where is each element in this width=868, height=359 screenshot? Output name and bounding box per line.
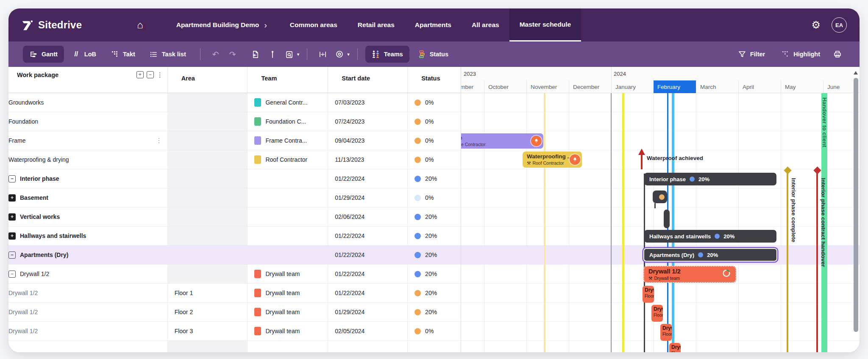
year-label: 2023	[464, 71, 476, 77]
gantt-tag-floor-4[interactable]: Drywall 1/2 Floor 4	[669, 343, 681, 352]
table-row[interactable]: Foundation Foundation C... 07/24/2023 0%	[8, 112, 461, 131]
calendar-search-icon[interactable]	[282, 47, 297, 62]
gantt-bar-hallways[interactable]: Hallways and stairwells 20%	[644, 230, 776, 243]
expand-row-icon[interactable]: +	[8, 232, 16, 240]
expand-row-icon[interactable]: +	[8, 194, 16, 202]
progress-ring-icon	[722, 269, 731, 280]
view-takt-button[interactable]: Takt	[104, 46, 142, 63]
table-row[interactable]: Groundworks General Contr... 07/03/2023 …	[8, 93, 461, 112]
vertical-works-marker[interactable]	[664, 210, 670, 228]
alert-bell-badge[interactable]	[570, 155, 580, 165]
row-menu-icon[interactable]: ⋮	[156, 137, 162, 144]
table-row[interactable]: −Interior phase 01/22/2024 20%	[8, 169, 461, 188]
month-november[interactable]: November	[526, 80, 569, 93]
tab-master-schedule[interactable]: Master schedule	[509, 8, 581, 41]
basement-flag-marker[interactable]	[653, 191, 667, 208]
view-lob-button[interactable]: // LoB	[66, 46, 103, 63]
scrollbar-up-arrow[interactable]	[854, 71, 858, 75]
breadcrumb[interactable]: Apartmend Building Demo ›	[176, 20, 267, 30]
gantt-tag-floor-3[interactable]: Drywall 1/2 Floor 3	[660, 324, 672, 341]
settings-gear-icon[interactable]: ⚙	[811, 19, 821, 31]
progress-dot	[698, 252, 703, 257]
status-dot	[415, 157, 421, 163]
table-row[interactable]: Waterproofing & drying Roof Contractor 1…	[8, 150, 461, 169]
table-row[interactable]: Drywall 1/2 Floor 1 Drywall team 01/22/2…	[8, 284, 461, 303]
status-dot	[415, 290, 421, 296]
tab-apartments[interactable]: Apartments	[405, 8, 462, 41]
milestone-line-contract-handover[interactable]	[816, 172, 818, 352]
month-march[interactable]: March	[696, 80, 738, 93]
view-task-list-button[interactable]: Task list	[143, 46, 192, 63]
gantt-bar-apartments-dry-selected[interactable]: Apartments (Dry) 20%	[643, 248, 777, 262]
vertical-scrollbar[interactable]	[854, 78, 858, 332]
print-icon[interactable]	[830, 47, 845, 62]
home-icon[interactable]: ⌂	[137, 20, 143, 30]
milestone-arrowhead	[638, 149, 645, 155]
table-row[interactable]	[8, 341, 461, 352]
month-december[interactable]: December	[569, 80, 611, 93]
month-february-active[interactable]: February	[654, 80, 696, 93]
month-april[interactable]: April	[738, 80, 781, 93]
status-dot	[415, 271, 421, 277]
col-team: Team	[254, 75, 277, 87]
trade-icon: ⚒	[648, 276, 652, 281]
gantt-bar-waterproofing[interactable]: Waterproofing ... ⚒Roof Contractor	[523, 152, 582, 168]
visibility-dropdown-caret[interactable]: ▾	[347, 52, 350, 57]
table-row[interactable]: Frame⋮ Frame Contra... 09/04/2023 0%	[8, 131, 461, 150]
takt-icon	[111, 50, 119, 58]
gantt-bar-frame[interactable]: Frame ⚒Frame Contractor	[461, 133, 543, 149]
collapse-row-icon[interactable]: −	[8, 251, 16, 259]
month-may[interactable]: May	[781, 80, 823, 93]
visibility-eye-icon[interactable]	[332, 47, 347, 62]
collapse-all-button[interactable]: −	[147, 71, 154, 78]
gantt-bar-drywall[interactable]: Drywall 1/2 ⚒Drywall team	[643, 266, 736, 283]
view-gantt-button[interactable]: Gantt	[23, 46, 64, 63]
milestone-arrow-waterproof-achieved[interactable]	[641, 155, 643, 169]
app-window: Sitedrive ⌂ Apartmend Building Demo › Co…	[8, 8, 860, 352]
alert-bell-badge[interactable]	[531, 136, 542, 146]
tab-common-areas[interactable]: Common areas	[280, 8, 348, 41]
export-icon[interactable]	[248, 47, 263, 62]
month-september[interactable]: September	[461, 80, 484, 93]
collapse-row-icon[interactable]: −	[8, 271, 16, 278]
tab-retail-areas[interactable]: Retail areas	[348, 8, 405, 41]
nav-tabs: Common areas Retail areas Apartments All…	[280, 8, 581, 41]
sitedrive-logo[interactable]: Sitedrive	[21, 19, 82, 31]
month-january[interactable]: January	[611, 80, 654, 93]
status-toggle-button[interactable]: Status	[411, 46, 455, 63]
table-row[interactable]: +Basement 01/29/2024 0%	[8, 188, 461, 207]
status-dot	[415, 99, 421, 106]
undo-button[interactable]: ↶	[208, 47, 223, 62]
highlight-button[interactable]: Highlight	[775, 46, 826, 63]
collapse-row-icon[interactable]: −	[8, 175, 16, 182]
month-october[interactable]: October	[484, 80, 526, 93]
teams-toggle-button[interactable]: Teams	[365, 46, 409, 63]
holiday-line	[544, 93, 545, 352]
toolbar-divider	[200, 48, 200, 60]
redo-button[interactable]: ↷	[225, 47, 240, 62]
table-body: Groundworks General Contr... 07/03/2023 …	[8, 93, 461, 352]
table-row-selected[interactable]: −Apartments (Dry) 01/22/2024 20%	[8, 246, 461, 265]
gantt-tag-floor-2[interactable]: Drywall 1/2 Floor 2	[651, 305, 663, 322]
expand-all-button[interactable]: +	[136, 71, 144, 78]
filter-button[interactable]: Filter	[732, 46, 771, 63]
align-schedule-icon[interactable]	[315, 47, 330, 62]
calendar-dropdown-caret[interactable]: ▾	[297, 52, 300, 57]
expand-row-icon[interactable]: +	[8, 213, 16, 221]
col-status: Status	[415, 75, 440, 87]
table-row[interactable]: Drywall 1/2 Floor 3 Drywall team 02/05/2…	[8, 322, 461, 341]
column-menu-icon[interactable]: ⋮	[157, 71, 163, 79]
gantt-bar-interior-phase[interactable]: Interior phase 20%	[644, 173, 776, 185]
table-row[interactable]: +Vertical works 02/06/2024 20%	[8, 207, 461, 226]
gantt-tag-floor-1[interactable]: Drywall 1/2 Floor 1	[643, 286, 654, 303]
table-row[interactable]: −Drywall 1/2 Drywall team 01/22/2024 20%	[8, 265, 461, 284]
table-row[interactable]: Drywall 1/2 Floor 2 Drywall team 01/29/2…	[8, 303, 461, 322]
toolbar-right: Filter Highlight	[732, 46, 845, 63]
avatar[interactable]: EA	[832, 17, 847, 33]
col-area: Area	[175, 75, 195, 87]
milestone-line-interior-phase-complete[interactable]	[787, 172, 788, 352]
lob-icon: //	[72, 50, 81, 58]
milestone-pin-icon[interactable]	[265, 47, 280, 62]
tab-all-areas[interactable]: All areas	[462, 8, 509, 41]
table-row[interactable]: +Hallways and stairwells 01/22/2024 20%	[8, 226, 461, 246]
